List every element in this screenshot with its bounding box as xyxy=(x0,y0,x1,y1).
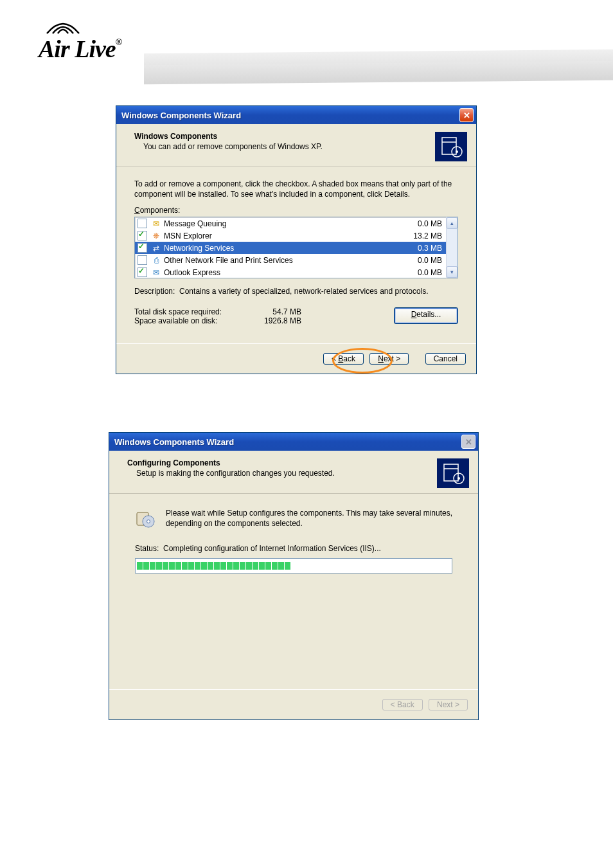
component-label: Outlook Express xyxy=(164,268,400,277)
progress-block xyxy=(214,562,220,570)
disk-space-info: Total disk space required: 54.7 MB Space… xyxy=(134,307,301,325)
description-label: Description: xyxy=(134,287,175,296)
progress-block xyxy=(163,562,168,570)
component-size: 13.2 MB xyxy=(400,231,442,240)
component-row[interactable]: ⎙Other Network File and Print Services0.… xyxy=(135,254,446,266)
scroll-up-button[interactable]: ▴ xyxy=(447,217,458,229)
svg-point-3 xyxy=(456,150,458,153)
progress-block xyxy=(233,562,239,570)
progress-block xyxy=(253,562,258,570)
progress-block xyxy=(137,562,143,570)
svg-point-10 xyxy=(147,520,150,523)
status-text: Completing configuration of Internet Inf… xyxy=(163,544,381,553)
total-space-required-value: 54.7 MB xyxy=(250,307,301,316)
progress-block xyxy=(150,562,155,570)
svg-rect-0 xyxy=(442,138,456,154)
progress-block xyxy=(285,562,290,570)
dialog-footer: < Back Next > Cancel xyxy=(116,343,476,374)
svg-rect-4 xyxy=(444,464,458,481)
components-listbox[interactable]: ✉Message Queuing0.0 MB❈MSN Explorer13.2 … xyxy=(134,217,446,278)
titlebar[interactable]: Windows Components Wizard ✕ xyxy=(109,433,478,451)
component-checkbox[interactable] xyxy=(138,255,147,265)
setup-disc-icon xyxy=(135,508,155,530)
progress-block xyxy=(169,562,175,570)
print-net-icon: ⎙ xyxy=(151,255,161,265)
next-button[interactable]: Next > xyxy=(369,353,409,365)
titlebar[interactable]: Windows Components Wizard ✕ xyxy=(116,106,476,124)
instruction-text: To add or remove a component, click the … xyxy=(134,179,458,199)
component-row[interactable]: ❈MSN Explorer13.2 MB xyxy=(135,230,446,242)
status-label: Status: xyxy=(135,544,159,553)
wifi-arcs-icon xyxy=(44,19,82,35)
component-size: 0.0 MB xyxy=(400,219,442,228)
progress-block xyxy=(188,562,194,570)
network-icon: ⇄ xyxy=(151,243,161,253)
dialog-title: Windows Components Wizard xyxy=(121,111,459,120)
component-checkbox[interactable] xyxy=(138,243,147,253)
components-label: Components: xyxy=(134,206,458,215)
progress-block xyxy=(220,562,226,570)
registered-mark: ® xyxy=(116,37,121,47)
total-space-required-label: Total disk space required: xyxy=(134,307,250,316)
description-row: Description: Contains a variety of speci… xyxy=(134,286,458,296)
airlive-logo: Air Live® xyxy=(39,19,173,63)
component-size: 0.0 MB xyxy=(400,256,442,265)
svg-point-7 xyxy=(458,477,460,480)
progress-block xyxy=(195,562,200,570)
space-available-value: 1926.8 MB xyxy=(250,316,301,325)
component-checkbox[interactable] xyxy=(138,231,147,240)
progress-block xyxy=(265,562,271,570)
back-button[interactable]: < Back xyxy=(323,353,364,365)
progress-block xyxy=(227,562,233,570)
component-row[interactable]: ✉Message Queuing0.0 MB xyxy=(135,217,446,230)
cancel-button[interactable]: Cancel xyxy=(425,353,466,365)
logo-text: Air Live xyxy=(39,35,116,62)
progress-block xyxy=(278,562,284,570)
progress-block xyxy=(259,562,265,570)
close-icon: ✕ xyxy=(463,111,470,120)
description-text: Contains a variety of specialized, netwo… xyxy=(179,287,429,296)
component-checkbox[interactable] xyxy=(138,267,147,277)
component-size: 0.0 MB xyxy=(400,268,442,277)
header-subtitle: Setup is making the configuration change… xyxy=(136,469,437,478)
decorative-ribbon xyxy=(144,61,613,84)
vertical-scrollbar[interactable]: ▴ ▾ xyxy=(446,217,458,278)
progress-block xyxy=(201,562,207,570)
component-row[interactable]: ⇄Networking Services0.3 MB xyxy=(135,242,446,254)
progress-block xyxy=(156,562,162,570)
details-button[interactable]: Details... xyxy=(394,307,458,324)
dialog-footer: < Back Next > xyxy=(109,689,478,719)
progress-block xyxy=(182,562,188,570)
component-row[interactable]: ✉Outlook Express0.0 MB xyxy=(135,266,446,278)
header-title: Configuring Components xyxy=(127,458,437,467)
package-disc-icon xyxy=(435,132,467,161)
package-disc-icon xyxy=(437,458,469,488)
space-available-label: Space available on disk: xyxy=(134,316,250,325)
envelope-gears-icon: ✉ xyxy=(151,219,161,228)
progress-block xyxy=(246,562,252,570)
dialog-header: Windows Components You can add or remove… xyxy=(116,124,476,167)
component-label: Other Network File and Print Services xyxy=(164,256,400,265)
next-button-disabled: Next > xyxy=(429,699,468,710)
progress-block xyxy=(175,562,181,570)
progress-block xyxy=(240,562,245,570)
header-title: Windows Components xyxy=(134,132,435,141)
butterfly-icon: ❈ xyxy=(151,231,161,240)
configuring-components-dialog: Windows Components Wizard ✕ Configuring … xyxy=(109,432,479,720)
dialog-title: Windows Components Wizard xyxy=(114,437,461,447)
outlook-icon: ✉ xyxy=(151,267,161,277)
scroll-down-button[interactable]: ▾ xyxy=(447,266,458,278)
windows-components-wizard-dialog: Windows Components Wizard ✕ Windows Comp… xyxy=(116,105,477,374)
component-label: Message Queuing xyxy=(164,219,400,228)
component-label: MSN Explorer xyxy=(164,231,400,240)
component-checkbox[interactable] xyxy=(138,219,147,228)
header-subtitle: You can add or remove components of Wind… xyxy=(143,142,435,151)
progress-block xyxy=(143,562,149,570)
progress-block xyxy=(208,562,213,570)
dialog-header: Configuring Components Setup is making t… xyxy=(109,451,478,494)
close-button[interactable]: ✕ xyxy=(459,108,474,122)
close-icon: ✕ xyxy=(465,437,472,447)
please-wait-text: Please wait while Setup configures the c… xyxy=(166,508,452,529)
component-label: Networking Services xyxy=(164,244,400,253)
back-button-disabled: < Back xyxy=(382,699,423,710)
